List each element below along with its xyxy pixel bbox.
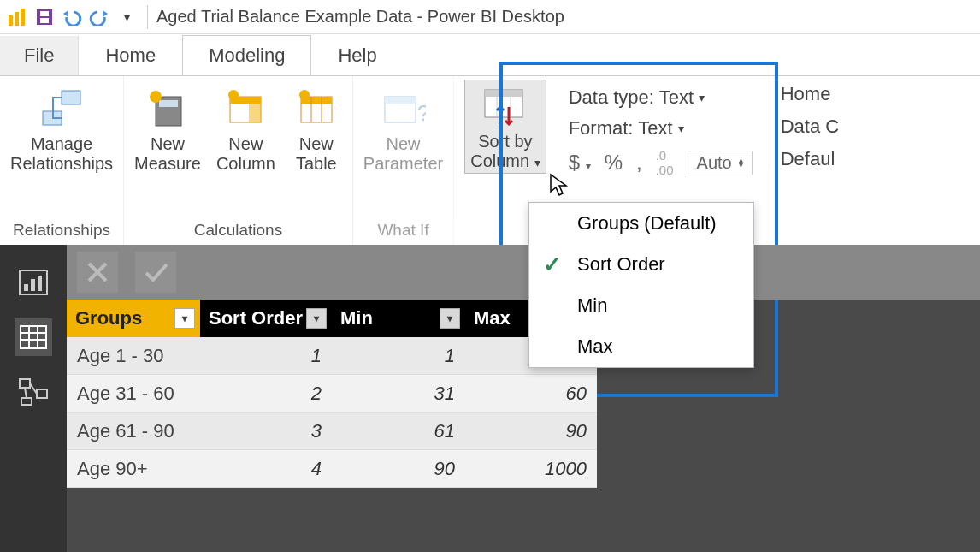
new-parameter-icon: ? (378, 85, 429, 133)
new-parameter-label: New Parameter (363, 134, 443, 174)
svg-rect-28 (24, 284, 28, 291)
data-type-dropdown[interactable]: Data type: Text ▾ (569, 86, 753, 109)
ribbon: Manage Relationships Relationships New M… (0, 75, 980, 245)
app-icon (5, 5, 29, 29)
format-dropdown[interactable]: Format: Text ▾ (569, 117, 753, 139)
table-row[interactable]: Age 61 - 90 3 61 90 (67, 413, 597, 450)
thousands-button[interactable]: , (636, 151, 642, 175)
report-view-icon[interactable] (15, 264, 52, 301)
left-nav (0, 245, 67, 552)
svg-rect-0 (9, 15, 13, 26)
tab-home[interactable]: Home (79, 35, 182, 75)
svg-rect-38 (21, 398, 32, 405)
default-summarization-dropdown[interactable]: Defaul (781, 148, 839, 170)
cell-sort-order: 4 (200, 450, 332, 488)
separator (147, 5, 148, 29)
grid-body: Age 1 - 30 1 1 Age 31 - 60 2 31 60 Age 6… (67, 337, 597, 488)
new-parameter-button[interactable]: ? New Parameter (363, 80, 443, 174)
svg-rect-36 (20, 379, 30, 388)
format-properties: Data type: Text ▾ Format: Text ▾ $ ▾ % ,… (562, 80, 759, 177)
new-column-button[interactable]: New Column (216, 80, 275, 174)
table-row[interactable]: Age 31 - 60 2 31 60 (67, 375, 597, 413)
cell-max: 1000 (465, 450, 597, 488)
sort-option-max[interactable]: Max (529, 326, 753, 367)
col-header-sort-order[interactable]: Sort Order▾ (200, 300, 332, 337)
svg-rect-37 (37, 389, 47, 398)
sort-by-column-menu: Groups (Default) Sort Order Min Max (528, 202, 754, 368)
commit-formula-icon[interactable] (135, 252, 176, 293)
svg-rect-30 (38, 276, 42, 291)
new-table-button[interactable]: New Table (291, 80, 342, 174)
sort-by-column-icon (480, 82, 531, 130)
new-table-icon (291, 85, 342, 133)
col-header-min[interactable]: Min▾ (332, 300, 465, 337)
svg-point-10 (150, 91, 162, 103)
group-label-relationships: Relationships (13, 221, 110, 245)
filter-dropdown-icon[interactable]: ▾ (306, 308, 327, 329)
sort-by-column-button[interactable]: Sort by Column ▾ (464, 80, 546, 174)
sort-option-min[interactable]: Min (529, 285, 753, 326)
formula-bar (67, 245, 980, 300)
redo-icon[interactable] (87, 5, 111, 29)
svg-rect-31 (21, 326, 46, 348)
decimal-icon: .0.00 (656, 148, 674, 177)
group-label-whatif: What If (377, 221, 428, 245)
cancel-formula-icon[interactable] (77, 252, 118, 293)
cell-min: 31 (332, 375, 465, 413)
group-label-calculations: Calculations (194, 221, 283, 245)
currency-button[interactable]: $ ▾ (569, 151, 591, 175)
sort-option-sort-order[interactable]: Sort Order (529, 244, 753, 285)
svg-rect-21 (385, 97, 416, 104)
cell-min: 90 (332, 450, 465, 488)
svg-rect-9 (159, 100, 178, 107)
new-measure-button[interactable]: New Measure (134, 80, 201, 174)
home-table-dropdown[interactable]: Home (781, 83, 839, 105)
sort-option-groups-default[interactable]: Groups (Default) (529, 203, 753, 244)
new-column-label: New Column (216, 134, 275, 174)
undo-icon[interactable] (60, 5, 84, 29)
cell-groups: Age 31 - 60 (67, 375, 200, 413)
data-grid: Groups▾ Sort Order▾ Min▾ Max▾ Age 1 - 30… (67, 300, 597, 488)
data-view-icon[interactable] (15, 318, 52, 356)
tab-help[interactable]: Help (311, 35, 403, 75)
properties-column: Home Data C Defaul (770, 76, 839, 170)
col-header-groups[interactable]: Groups▾ (67, 300, 200, 337)
tab-file[interactable]: File (0, 36, 79, 75)
table-row[interactable]: Age 1 - 30 1 1 (67, 337, 597, 375)
percent-button[interactable]: % (605, 151, 623, 175)
save-icon[interactable] (32, 5, 56, 29)
data-category-dropdown[interactable]: Data C (781, 116, 839, 138)
qat-dropdown-icon[interactable]: ▾ (115, 5, 139, 29)
cell-max: 90 (465, 413, 597, 450)
manage-relationships-label: Manage Relationships (10, 134, 113, 174)
svg-rect-5 (40, 18, 49, 23)
quick-access-toolbar: ▾ (5, 5, 139, 29)
manage-relationships-button[interactable]: Manage Relationships (10, 80, 113, 174)
tab-modeling[interactable]: Modeling (182, 35, 311, 76)
ribbon-group-relationships: Manage Relationships Relationships (0, 76, 124, 245)
cell-sort-order: 3 (200, 413, 332, 450)
table-row[interactable]: Age 90+ 4 90 1000 (67, 450, 597, 488)
new-table-label: New Table (296, 134, 337, 174)
cell-groups: Age 61 - 90 (67, 413, 200, 450)
window-title: Aged Trial Balance Example Data - Power … (156, 7, 564, 27)
ribbon-group-whatif: ? New Parameter What If (353, 76, 454, 245)
cell-groups: Age 90+ (67, 450, 200, 488)
svg-rect-1 (15, 12, 19, 26)
new-column-icon (220, 85, 271, 133)
svg-rect-4 (40, 11, 49, 16)
svg-rect-13 (249, 97, 261, 122)
svg-point-19 (299, 90, 310, 100)
ribbon-group-calculations: New Measure New Column New Table Calcula… (124, 76, 353, 245)
sort-by-column-label: Sort by Column ▾ (470, 132, 540, 171)
cell-min: 61 (332, 413, 465, 450)
model-view-icon[interactable] (15, 373, 52, 411)
new-measure-label: New Measure (134, 134, 201, 174)
svg-rect-6 (62, 91, 80, 104)
filter-dropdown-icon[interactable]: ▾ (174, 308, 195, 329)
decimal-places-stepper[interactable]: Auto▴▾ (688, 151, 753, 175)
cell-sort-order: 2 (200, 375, 332, 413)
format-symbols: $ ▾ % , .0.00 Auto▴▾ (569, 148, 753, 177)
filter-dropdown-icon[interactable]: ▾ (440, 308, 460, 329)
cell-max: 60 (465, 375, 597, 413)
